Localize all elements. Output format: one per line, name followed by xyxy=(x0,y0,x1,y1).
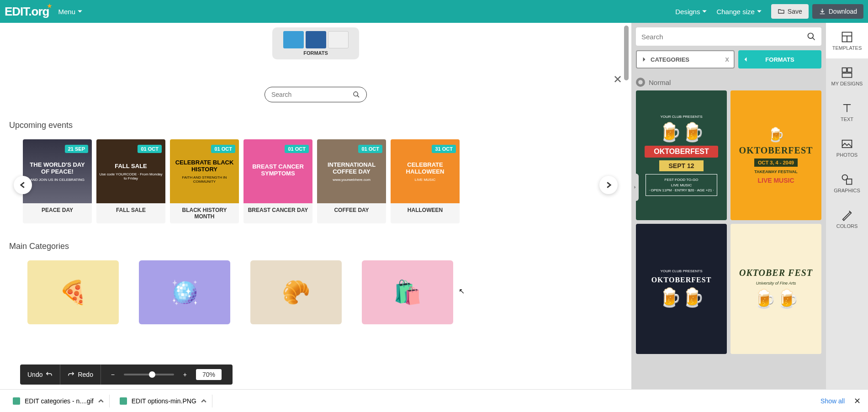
download-item[interactable]: EDIT categories - n....gif xyxy=(7,395,110,407)
right-rail: TEMPLATES MY DESIGNS TEXT PHOTOS GRAPHIC… xyxy=(826,23,868,412)
rail-photos[interactable]: PHOTOS xyxy=(826,130,868,165)
rail-graphics[interactable]: GRAPHICS xyxy=(826,165,868,201)
menu-dropdown[interactable]: Menu xyxy=(58,8,83,16)
event-title: BREAST CANCER DAY xyxy=(243,203,312,217)
event-title: PEACE DAY xyxy=(23,203,92,217)
close-shelf[interactable]: ✕ xyxy=(854,396,861,406)
event-card[interactable]: 01 OCTBREAST CANCER SYMPTOMSBREAST CANCE… xyxy=(243,139,312,223)
modal-search-input[interactable] xyxy=(271,91,353,98)
event-card[interactable]: 31 OCTCELEBRATE HALLOWEENLIVE MUSICHALLO… xyxy=(391,139,460,223)
panel-search-input[interactable] xyxy=(641,33,807,41)
beer-mugs-icon: 🍺🍺 xyxy=(659,121,704,143)
search-icon xyxy=(353,91,360,98)
event-title: HALLOWEEN xyxy=(391,203,460,217)
svg-rect-4 xyxy=(847,68,852,72)
undo-button[interactable]: Undo xyxy=(20,364,60,385)
redo-icon xyxy=(68,371,75,378)
bottom-toolbar: Undo Redo − + 70% xyxy=(20,364,233,385)
chevron-down-icon xyxy=(702,9,707,14)
photos-icon xyxy=(841,137,853,150)
chevron-left-icon xyxy=(743,57,748,62)
download-icon xyxy=(819,8,826,15)
category-tile[interactable]: 🍕 xyxy=(27,260,119,324)
colors-icon xyxy=(841,209,853,222)
clear-categories[interactable]: X xyxy=(725,56,729,63)
svg-rect-5 xyxy=(842,73,852,77)
carousel-prev[interactable] xyxy=(14,176,32,194)
template-card[interactable]: YOUR CLUB PRESENTS 🍺🍺 OKTOBERFEST SEPT 1… xyxy=(636,90,727,220)
graphics-icon xyxy=(841,173,853,186)
category-tile[interactable]: 🛍️ xyxy=(362,260,453,324)
panel-section-normal: Normal xyxy=(636,78,821,87)
template-card[interactable]: 🍺 OKTOBERFEST OCT 3, 4 - 2049 TAKEAWAY F… xyxy=(730,90,821,220)
close-modal[interactable]: ✕ xyxy=(613,73,622,86)
show-all-link[interactable]: Show all xyxy=(820,397,845,405)
chevron-up-icon[interactable] xyxy=(201,398,206,404)
category-tile[interactable]: 🥐 xyxy=(250,260,342,324)
undo-icon xyxy=(45,371,53,378)
my-designs-icon xyxy=(841,66,853,79)
text-icon xyxy=(841,102,853,115)
formats-pill[interactable]: FORMATS xyxy=(738,50,821,69)
zoom-value[interactable]: 70% xyxy=(196,369,222,380)
event-card[interactable]: 01 OCTCELEBRATE BLACK HISTORYFAITH AND S… xyxy=(170,139,239,223)
change-size-dropdown[interactable]: Change size xyxy=(716,8,762,16)
date-badge: 01 OCT xyxy=(285,145,309,153)
carousel-next[interactable] xyxy=(599,176,618,194)
star-icon: ★ xyxy=(47,3,52,9)
chevron-down-icon xyxy=(757,9,762,14)
zoom-in[interactable]: + xyxy=(180,371,190,378)
download-button[interactable]: Download xyxy=(812,4,863,19)
chevron-up-icon[interactable] xyxy=(98,398,104,404)
templates-panel: CATEGORIES X FORMATS Normal YOUR CLUB PR… xyxy=(631,23,826,412)
zoom-control[interactable]: − + 70% xyxy=(101,364,233,385)
save-button[interactable]: Save xyxy=(771,4,809,19)
categories-pill[interactable]: CATEGORIES X xyxy=(636,50,735,69)
logo[interactable]: EDIT.org★ xyxy=(5,5,49,19)
rail-my-designs[interactable]: MY DESIGNS xyxy=(826,58,868,94)
folder-icon xyxy=(778,8,785,15)
template-card[interactable]: YOUR CLUB PRESENTS OKTOBERFEST 🍺🍺 xyxy=(636,224,727,354)
date-badge: 01 OCT xyxy=(138,145,162,153)
date-badge: 01 OCT xyxy=(358,145,382,153)
redo-button[interactable]: Redo xyxy=(60,364,100,385)
svg-point-9 xyxy=(808,33,814,39)
rail-text[interactable]: TEXT xyxy=(826,94,868,130)
category-tile[interactable]: 🪩 xyxy=(139,260,230,324)
svg-point-11 xyxy=(638,80,643,85)
event-card[interactable]: 01 OCTINTERNATIONAL COFFEE DAYwww.yourwe… xyxy=(317,139,386,223)
panel-collapse-handle[interactable] xyxy=(631,174,639,201)
zoom-out[interactable]: − xyxy=(108,371,117,378)
rail-templates[interactable]: TEMPLATES xyxy=(826,23,868,58)
svg-line-13 xyxy=(357,95,359,97)
event-card[interactable]: 21 SEPTHE WORLD'S DAY OF PEACE!AND JOIN … xyxy=(23,139,92,223)
svg-rect-6 xyxy=(842,140,852,148)
svg-line-10 xyxy=(813,38,815,40)
download-shelf: EDIT categories - n....gif EDIT options-… xyxy=(0,389,868,412)
top-bar: EDIT.org★ Menu Designs Change size Save … xyxy=(0,0,868,23)
event-title: FALL SALE xyxy=(96,203,165,217)
templates-icon xyxy=(841,31,853,43)
date-badge: 01 OCT xyxy=(211,145,235,153)
template-card[interactable]: OKTOBER FEST University of Fine Arts 🍺🍺 xyxy=(730,224,821,354)
upcoming-heading: Upcoming events xyxy=(9,121,627,130)
section-icon xyxy=(636,78,645,87)
chevron-down-icon xyxy=(77,9,83,14)
date-badge: 31 OCT xyxy=(432,145,456,153)
designs-dropdown[interactable]: Designs xyxy=(675,8,707,16)
categories-modal: ✕ FORMATS Upcoming events 21 SEPTHE WORL… xyxy=(0,23,631,329)
svg-rect-8 xyxy=(847,179,852,185)
rail-colors[interactable]: COLORS xyxy=(826,201,868,237)
formats-tile[interactable]: FORMATS xyxy=(272,27,359,59)
events-carousel: 21 SEPTHE WORLD'S DAY OF PEACE!AND JOIN … xyxy=(23,139,627,223)
file-icon xyxy=(13,397,20,405)
event-title: COFFEE DAY xyxy=(317,203,386,217)
main-categories-heading: Main Categories xyxy=(9,242,627,251)
event-card[interactable]: 01 OCTFALL SALEUse code YOURCODE · From … xyxy=(96,139,165,223)
zoom-slider[interactable] xyxy=(124,374,174,375)
svg-point-12 xyxy=(354,92,358,96)
download-item[interactable]: EDIT options-min.PNG xyxy=(114,395,212,407)
panel-search[interactable] xyxy=(636,27,821,46)
modal-search[interactable] xyxy=(265,87,367,102)
chevron-right-icon xyxy=(641,57,647,62)
